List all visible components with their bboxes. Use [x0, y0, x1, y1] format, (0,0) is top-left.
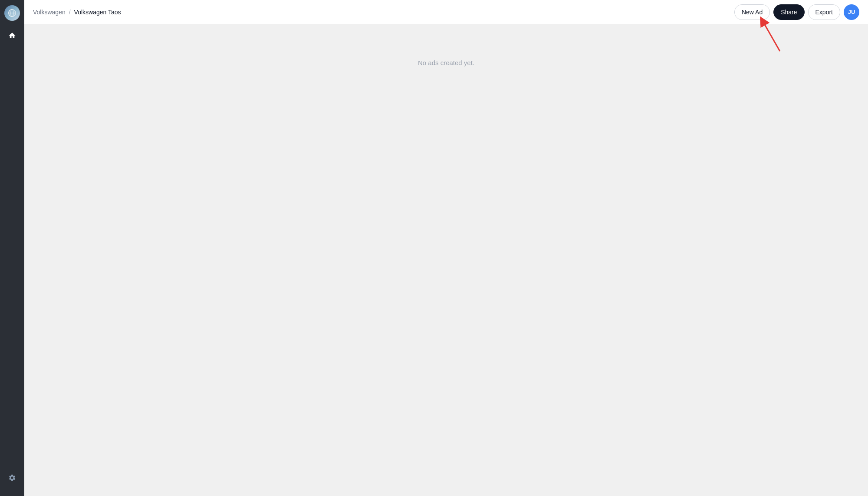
settings-icon	[8, 474, 16, 482]
sidebar	[0, 0, 24, 496]
share-button[interactable]: Share	[773, 4, 804, 20]
header-actions: New Ad Share Export JU	[734, 4, 859, 20]
breadcrumb: Volkswagen / Volkswagen Taos	[33, 9, 731, 16]
avatar[interactable]: JU	[844, 4, 859, 20]
app-logo[interactable]	[4, 5, 20, 21]
home-icon	[8, 32, 16, 39]
new-ad-button[interactable]: New Ad	[734, 4, 770, 20]
breadcrumb-parent[interactable]: Volkswagen	[33, 9, 66, 16]
sidebar-item-settings[interactable]	[4, 470, 20, 486]
breadcrumb-current: Volkswagen Taos	[74, 9, 121, 16]
export-button[interactable]: Export	[808, 4, 840, 20]
breadcrumb-separator: /	[69, 9, 71, 16]
sidebar-item-home[interactable]	[4, 28, 20, 43]
empty-state-message: No ads created yet.	[418, 59, 474, 66]
header: Volkswagen / Volkswagen Taos New Ad Shar…	[24, 0, 868, 24]
main-content: No ads created yet.	[24, 24, 868, 496]
main-area: Volkswagen / Volkswagen Taos New Ad Shar…	[24, 0, 868, 496]
svg-line-3	[763, 21, 780, 51]
